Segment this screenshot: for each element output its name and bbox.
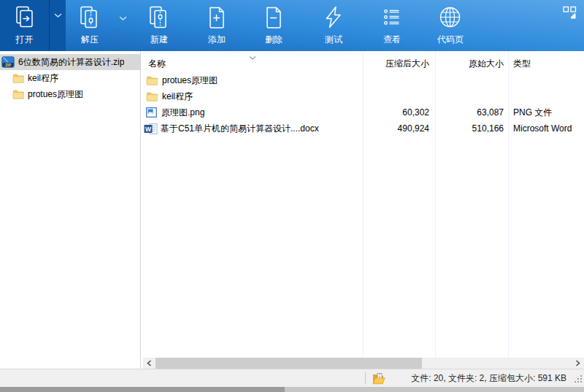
test-button[interactable]: 测试 xyxy=(311,0,356,51)
scrollbar-thumb[interactable] xyxy=(155,358,422,369)
column-header-type[interactable]: 类型 xyxy=(513,55,531,72)
open-button-label: 打开 xyxy=(16,34,34,46)
new-archive-button-label: 新建 xyxy=(150,34,168,46)
zip-archive-icon: ZIP xyxy=(1,56,15,68)
column-header-original-size[interactable]: 原始大小 xyxy=(435,55,508,72)
view-button-label: 查看 xyxy=(383,34,401,46)
extract-icon xyxy=(77,4,103,33)
column-header-name[interactable]: 名称 xyxy=(148,55,166,72)
svg-text:ZIP: ZIP xyxy=(5,63,12,67)
tree-item-label: keil程序 xyxy=(28,72,58,85)
view-icon xyxy=(379,4,405,33)
add-files-button[interactable]: 添加 xyxy=(194,0,239,51)
archive-summary-text: 文件: 20, 文件夹: 2, 压缩包大小: 591 KB xyxy=(411,369,566,387)
file-original-size: 510,166 xyxy=(435,120,508,137)
new-archive-button[interactable]: 新建 xyxy=(137,0,182,51)
window-bottom-edge xyxy=(0,387,584,392)
statusbar-divider xyxy=(365,372,366,384)
file-row-word-document[interactable]: W 基于C51单片机的简易计算器设计....docx 490,924 510,1… xyxy=(143,120,584,137)
open-button-group: 打开 xyxy=(0,0,66,51)
open-button[interactable]: 打开 xyxy=(0,0,50,51)
file-row-png-image[interactable]: 原理图.png 60,302 63,087 PNG 文件 xyxy=(143,104,584,120)
folder-icon xyxy=(146,91,158,101)
image-file-icon xyxy=(146,107,157,118)
codepage-icon xyxy=(437,4,464,33)
folder-icon xyxy=(12,89,24,99)
svg-text:W: W xyxy=(145,125,152,132)
folder-icon xyxy=(12,73,24,83)
word-file-icon: W xyxy=(144,123,158,134)
file-original-size xyxy=(435,72,508,88)
archive-manager-window: 打开 解压 xyxy=(0,0,584,392)
folder-icon xyxy=(146,75,158,85)
file-compressed-size: 60,302 xyxy=(363,104,435,120)
view-button[interactable]: 查看 xyxy=(369,0,415,51)
new-archive-icon xyxy=(146,4,172,33)
column-header-compressed-size[interactable]: 压缩后大小 xyxy=(363,55,435,72)
chevron-down-icon xyxy=(54,0,62,51)
tree-item-label: protues原理图 xyxy=(28,88,83,101)
extract-button[interactable]: 解压 xyxy=(67,0,112,51)
test-icon xyxy=(320,4,347,33)
file-row-keil-folder[interactable]: keil程序 xyxy=(143,88,584,104)
file-type: Microsoft Word xyxy=(513,120,572,137)
archive-folder-icon xyxy=(372,372,385,388)
file-name: 原理图.png xyxy=(161,104,204,120)
file-original-size: 63,087 xyxy=(435,104,508,120)
add-files-button-label: 添加 xyxy=(208,34,226,46)
open-dropdown-button[interactable] xyxy=(50,0,66,51)
codepage-button-label: 代码页 xyxy=(437,34,464,46)
delete-button-label: 删除 xyxy=(265,34,283,46)
horizontal-scrollbar[interactable] xyxy=(143,358,584,369)
scroll-left-button[interactable] xyxy=(143,358,155,369)
layout-toggle-button[interactable] xyxy=(562,5,578,21)
extract-button-label: 解压 xyxy=(81,34,99,46)
layout-grid-icon xyxy=(562,13,578,23)
codepage-button[interactable]: 代码页 xyxy=(423,0,478,51)
window-bottom-edge-shadow xyxy=(0,387,285,392)
scroll-right-button[interactable] xyxy=(572,358,584,369)
chevron-down-icon xyxy=(119,13,127,23)
archive-tree-sidebar: ZIP 6位数简易的计算器设计.zip keil程序 protues原理 xyxy=(0,51,141,369)
tree-item-label: 6位数简易的计算器设计.zip xyxy=(18,56,124,69)
file-compressed-size xyxy=(363,72,435,88)
status-bar: 文件: 20, 文件夹: 2, 压缩包大小: 591 KB xyxy=(0,369,584,387)
toolbar: 打开 解压 xyxy=(0,0,584,51)
file-name: protues原理图 xyxy=(162,72,218,88)
tree-item-protues-folder[interactable]: protues原理图 xyxy=(0,86,140,102)
file-type: PNG 文件 xyxy=(513,104,552,120)
resize-grip[interactable] xyxy=(575,374,582,385)
open-icon xyxy=(12,4,38,33)
file-compressed-size xyxy=(363,88,435,104)
tree-item-keil-folder[interactable]: keil程序 xyxy=(0,70,140,86)
file-original-size xyxy=(435,88,508,104)
file-list-panel: 名称 压缩后大小 原始大小 类型 protues原理图 xyxy=(143,51,584,358)
file-name: keil程序 xyxy=(162,88,193,104)
delete-button[interactable]: 删除 xyxy=(251,0,296,51)
file-row-protues-folder[interactable]: protues原理图 xyxy=(143,72,584,88)
file-name: 基于C51单片机的简易计算器设计....docx xyxy=(161,120,319,137)
add-file-icon xyxy=(204,4,230,33)
delete-file-icon xyxy=(261,4,287,33)
tree-item-archive-root[interactable]: ZIP 6位数简易的计算器设计.zip xyxy=(0,54,140,70)
test-button-label: 测试 xyxy=(325,34,342,46)
extract-dropdown-button[interactable] xyxy=(116,13,129,23)
sort-indicator-chevron-icon xyxy=(248,53,257,63)
file-compressed-size: 490,924 xyxy=(363,120,435,137)
